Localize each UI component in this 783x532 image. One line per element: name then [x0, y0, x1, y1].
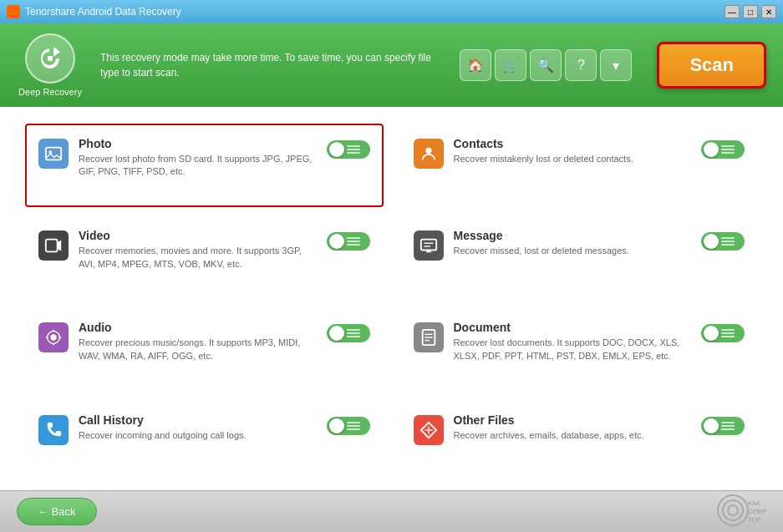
document-desc: Recover lost documents. It supports DOC,… [454, 337, 692, 362]
watermark: КАК ОПЕРА ТОР [716, 494, 766, 529]
svg-text:КАК: КАК [748, 499, 760, 507]
callhistory-content: Call History Recover incoming and outgoi… [79, 413, 317, 442]
audio-toggle-lines [347, 329, 360, 337]
message-content: Message Recover missed, lost or deleted … [454, 229, 692, 257]
svg-text:ОПЕРА: ОПЕРА [748, 508, 766, 515]
header: Deep Recovery This recovery mode may tak… [0, 23, 783, 107]
file-type-otherfiles: Other Files Recover archives, emails, da… [400, 400, 759, 474]
document-toggle[interactable] [701, 324, 745, 342]
callhistory-toggle-lines [347, 422, 360, 430]
contacts-toggle-switch[interactable] [701, 140, 745, 159]
otherfiles-name: Other Files [454, 413, 692, 427]
svg-text:ТОР: ТОР [748, 516, 761, 524]
file-type-message: Message Recover missed, lost or deleted … [400, 215, 759, 299]
title-bar-left: Tenorshare Android Data Recovery [7, 5, 181, 18]
photo-desc: Recover lost photo from SD card. It supp… [79, 153, 317, 179]
video-toggle-switch[interactable] [327, 232, 370, 251]
callhistory-desc: Recover incoming and outgoing call logs. [79, 429, 317, 442]
contacts-toggle-knob [704, 142, 719, 157]
contacts-icon [414, 139, 444, 169]
callhistory-toggle-knob [329, 418, 344, 433]
header-description: This recovery mode may take more time. T… [100, 50, 443, 80]
svg-rect-1 [46, 148, 61, 160]
otherfiles-content: Other Files Recover archives, emails, da… [454, 413, 692, 442]
svg-rect-0 [48, 56, 53, 61]
message-toggle[interactable] [701, 232, 745, 251]
bottom-bar: ← Back КАК ОПЕРА ТОР [0, 490, 783, 532]
otherfiles-toggle-lines [721, 422, 735, 430]
window-controls[interactable]: — □ ✕ [725, 5, 776, 18]
svg-point-8 [50, 335, 56, 341]
home-nav-button[interactable]: 🏠 [460, 49, 491, 81]
video-toggle-lines [347, 237, 360, 246]
video-icon [38, 231, 69, 261]
contacts-name: Contacts [454, 137, 692, 150]
mode-label: Deep Recovery [18, 87, 82, 97]
mode-icon-area: Deep Recovery [17, 33, 84, 97]
watermark-logo: КАК ОПЕРА ТОР [716, 494, 766, 527]
audio-name: Audio [79, 321, 317, 334]
contacts-toggle[interactable] [701, 140, 745, 159]
main-content: Photo Recover lost photo from SD card. I… [0, 107, 783, 490]
audio-toggle[interactable] [327, 324, 370, 342]
audio-content: Audio Recover precious music/songs. It s… [79, 321, 317, 362]
file-type-document: Document Recover lost documents. It supp… [400, 307, 759, 391]
otherfiles-toggle-switch[interactable] [701, 417, 745, 435]
document-toggle-knob [704, 326, 719, 341]
callhistory-toggle-switch[interactable] [327, 417, 370, 435]
search-nav-button[interactable]: 🔍 [530, 49, 562, 81]
callhistory-icon [38, 415, 69, 445]
otherfiles-toggle[interactable] [701, 417, 745, 435]
photo-toggle-knob [329, 142, 344, 157]
photo-toggle[interactable] [327, 140, 370, 159]
contacts-content: Contacts Recover mistakenly lost or dele… [454, 137, 692, 165]
video-desc: Recover memories, movies and more. It su… [79, 245, 317, 271]
minimize-button[interactable]: — [725, 5, 740, 18]
cart-nav-button[interactable]: 🛒 [495, 49, 526, 81]
help-nav-button[interactable]: ? [565, 49, 597, 81]
message-desc: Recover missed, lost or deleted messages… [454, 245, 692, 257]
scan-button[interactable]: Scan [657, 42, 766, 89]
nav-icons: 🏠 🛒 🔍 ? ▾ [460, 49, 632, 81]
audio-toggle-switch[interactable] [327, 324, 370, 342]
photo-toggle-switch[interactable] [327, 140, 370, 159]
svg-point-18 [728, 505, 738, 515]
file-type-video: Video Recover memories, movies and more.… [25, 215, 384, 299]
file-type-contacts: Contacts Recover mistakenly lost or dele… [400, 124, 759, 207]
close-button[interactable]: ✕ [761, 5, 776, 18]
svg-point-3 [425, 148, 431, 154]
photo-name: Photo [79, 137, 317, 150]
callhistory-toggle[interactable] [327, 417, 370, 435]
photo-toggle-lines [347, 145, 360, 154]
message-icon [414, 231, 444, 261]
back-button[interactable]: ← Back [17, 498, 97, 525]
message-toggle-switch[interactable] [701, 232, 745, 251]
video-toggle-knob [329, 234, 344, 249]
maximize-button[interactable]: □ [743, 5, 758, 18]
recovery-icon [37, 45, 64, 72]
svg-rect-5 [420, 240, 435, 251]
otherfiles-desc: Recover archives, emails, database, apps… [454, 429, 692, 442]
document-content: Document Recover lost documents. It supp… [454, 321, 692, 362]
message-toggle-knob [704, 234, 719, 249]
audio-desc: Recover precious music/songs. It support… [79, 337, 317, 362]
video-toggle[interactable] [327, 232, 370, 251]
document-toggle-switch[interactable] [701, 324, 745, 342]
otherfiles-icon [414, 415, 444, 445]
document-name: Document [454, 321, 692, 334]
message-toggle-lines [721, 237, 735, 246]
photo-icon [38, 139, 69, 169]
file-type-audio: Audio Recover precious music/songs. It s… [25, 307, 384, 391]
audio-toggle-knob [329, 326, 344, 341]
svg-rect-4 [46, 240, 58, 252]
file-type-callhistory: Call History Recover incoming and outgoi… [25, 400, 384, 474]
dropdown-nav-button[interactable]: ▾ [600, 49, 632, 81]
svg-point-17 [723, 500, 743, 520]
document-icon [414, 322, 444, 352]
mode-circle-icon [25, 33, 75, 84]
audio-icon [38, 322, 69, 352]
photo-content: Photo Recover lost photo from SD card. I… [79, 137, 317, 179]
app-icon [7, 5, 20, 18]
title-bar: Tenorshare Android Data Recovery — □ ✕ [0, 0, 783, 23]
contacts-desc: Recover mistakenly lost or deleted conta… [454, 153, 692, 165]
